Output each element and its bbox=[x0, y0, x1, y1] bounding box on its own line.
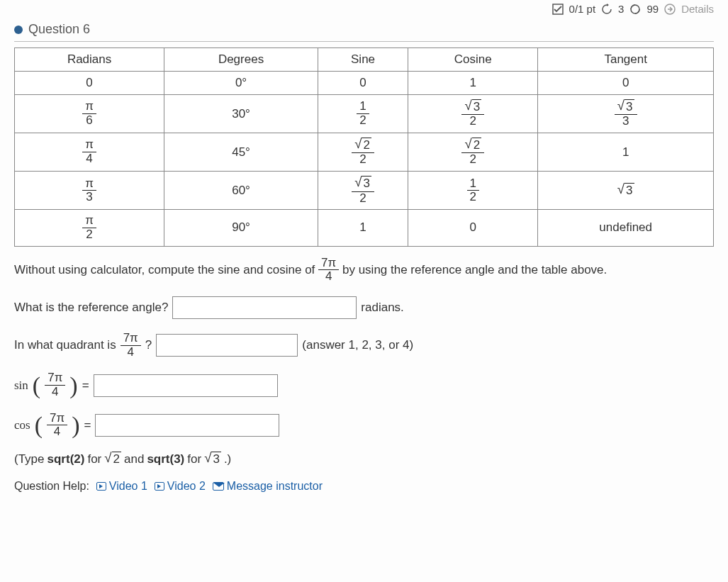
table-header-row: Radians Degrees Sine Cosine Tangent bbox=[15, 48, 714, 72]
quadrant-input[interactable] bbox=[156, 334, 298, 357]
sin-row: sin ( 7π4 ) = bbox=[14, 371, 714, 398]
retry-icon bbox=[601, 4, 612, 15]
col-tangent: Tangent bbox=[538, 48, 714, 72]
type-hint: (Type sqrt(2) for √2 and sqrt(3) for √3.… bbox=[14, 452, 714, 466]
quadrant-hint: (answer 1, 2, 3, or 4) bbox=[302, 338, 413, 352]
reference-angle-unit: radians. bbox=[361, 301, 403, 315]
message-instructor-link[interactable]: Message instructor bbox=[213, 480, 323, 493]
table-row: 0 0° 0 1 0 bbox=[15, 72, 714, 95]
attempts-text: 99 bbox=[646, 3, 659, 15]
status-dot-icon bbox=[14, 26, 23, 34]
sin-input[interactable] bbox=[94, 374, 278, 397]
col-sine: Sine bbox=[318, 48, 408, 72]
table-row: π3 60° √32 12 √3 bbox=[15, 172, 714, 210]
points-text: 0/1 pt bbox=[569, 3, 596, 15]
col-cosine: Cosine bbox=[408, 48, 538, 72]
col-radians: Radians bbox=[15, 48, 164, 72]
cos-row: cos ( 7π4 ) = bbox=[14, 412, 714, 439]
sin-label: sin bbox=[14, 379, 28, 393]
play-icon bbox=[155, 482, 164, 491]
mail-icon bbox=[213, 482, 224, 491]
quadrant-row: In what quadrant is 7π4? (answer 1, 2, 3… bbox=[14, 332, 714, 359]
video2-link[interactable]: Video 2 bbox=[155, 480, 206, 493]
details-text: Details bbox=[681, 3, 714, 15]
question-header: Question 6 bbox=[14, 18, 714, 42]
cos-input[interactable] bbox=[95, 414, 279, 437]
video1-link[interactable]: Video 1 bbox=[96, 480, 147, 493]
reference-angle-label: What is the reference angle? bbox=[14, 301, 168, 315]
question-help: Question Help: Video 1 Video 2 Message i… bbox=[14, 480, 714, 493]
table-row: π6 30° 12 √32 √33 bbox=[15, 95, 714, 133]
retry-count: 3 bbox=[618, 3, 624, 15]
reference-angle-row: What is the reference angle? radians. bbox=[14, 296, 714, 319]
help-label: Question Help: bbox=[14, 480, 89, 493]
cos-label: cos bbox=[14, 418, 30, 432]
points-bar: 0/1 pt 3 99 Details bbox=[14, 0, 714, 18]
trig-table: Radians Degrees Sine Cosine Tangent 0 0°… bbox=[14, 47, 714, 247]
table-row: π4 45° √22 √22 1 bbox=[15, 133, 714, 172]
play-icon bbox=[96, 482, 106, 491]
quadrant-label: In what quadrant is bbox=[14, 338, 116, 352]
table-row: π2 90° 1 0 undefined bbox=[15, 210, 714, 246]
question-prompt: Without using calculator, compute the si… bbox=[14, 257, 714, 284]
col-degrees: Degrees bbox=[164, 48, 318, 72]
checkbox-icon bbox=[552, 4, 564, 15]
attempts-icon bbox=[629, 4, 641, 15]
question-label: Question 6 bbox=[28, 22, 90, 37]
details-icon bbox=[664, 4, 676, 15]
reference-angle-input[interactable] bbox=[172, 296, 357, 319]
